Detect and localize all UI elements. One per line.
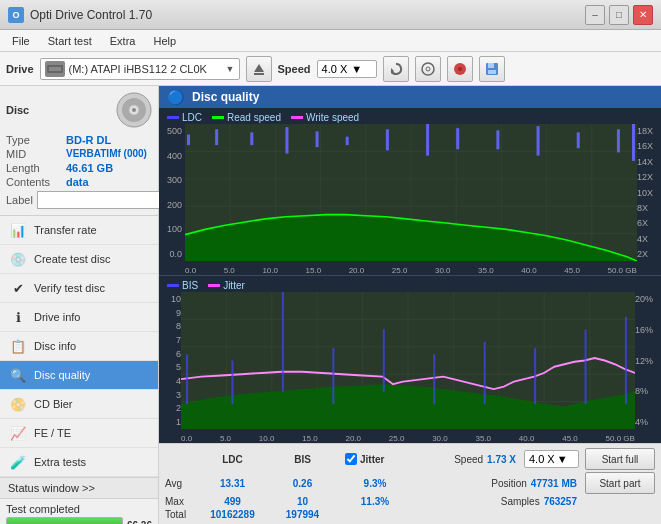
disc-info-icon: 📋 [8,338,28,354]
sidebar-item-disc-quality[interactable]: 🔍 Disc quality [0,361,158,390]
disc-svg-icon [116,92,152,128]
save-button[interactable] [479,56,505,82]
start-full-spacer: Start part [585,472,655,494]
status-text: Test completed [6,503,152,515]
disc-button-2[interactable] [447,56,473,82]
y-label-300: 300 [159,175,185,185]
menu-extra[interactable]: Extra [102,33,144,49]
position-label: Position [491,478,527,489]
jitter-checkbox-container: Jitter [345,453,384,465]
x-label-30-top: 30.0 [435,266,451,275]
legend-write-speed: Write speed [291,112,359,123]
bottom-y-axis-right: 20% 16% 12% 8% 4% [635,292,661,429]
menu-start-test[interactable]: Start test [40,33,100,49]
menu-file[interactable]: File [4,33,38,49]
y-right-16pct: 16% [635,325,661,335]
disc-length-value: 46.61 GB [66,162,113,174]
avg-ldc: 13.31 [195,478,270,489]
avg-jitter: 9.3% [345,478,405,489]
menu-bar: File Start test Extra Help [0,30,661,52]
x-label-10-bot: 10.0 [259,434,275,443]
disc-type-value: BD-R DL [66,134,111,146]
verify-test-disc-icon: ✔ [8,280,28,296]
speed-selector[interactable]: 4.0 X ▼ [317,60,377,78]
drive-icon [45,61,65,77]
speed-refresh-button[interactable] [383,56,409,82]
maximize-button[interactable]: □ [609,5,629,25]
y-bottom-2: 2 [159,403,181,413]
top-x-axis: 0.0 5.0 10.0 15.0 20.0 25.0 30.0 35.0 40… [185,266,637,275]
sidebar-item-drive-info[interactable]: ℹ Drive info [0,303,158,332]
svg-rect-42 [577,132,580,148]
disc-header: Disc [6,92,152,128]
speed-arrow: ▼ [351,63,362,75]
drive-dropdown-arrow: ▼ [226,64,235,74]
svg-point-5 [422,63,434,75]
status-window-label: Status window >> [8,482,95,494]
svg-rect-65 [433,354,435,404]
drive-info-icon: ℹ [8,309,28,325]
drive-eject-button[interactable] [246,56,272,82]
x-label-10-top: 10.0 [262,266,278,275]
samples-label: Samples [501,496,540,507]
x-label-40-top: 40.0 [521,266,537,275]
stats-max-row: Max 499 10 11.3% Samples 763257 [165,496,655,507]
y-bottom-9: 9 [159,308,181,318]
drive-bar: Drive (M:) ATAPI iHBS112 2 CL0K ▼ Speed … [0,52,661,86]
jitter-legend-label: Jitter [223,280,245,291]
svg-rect-34 [285,127,288,153]
sidebar-item-disc-info[interactable]: 📋 Disc info [0,332,158,361]
speed-stat-dropdown[interactable]: 4.0 X ▼ [524,450,579,468]
app-title: Opti Drive Control 1.70 [30,8,152,22]
speed-display: Speed 1.73 X [454,454,516,465]
svg-rect-1 [49,67,61,71]
close-button[interactable]: ✕ [633,5,653,25]
menu-help[interactable]: Help [145,33,184,49]
svg-rect-11 [488,70,496,74]
legend-read-speed: Read speed [212,112,281,123]
svg-rect-38 [426,124,429,156]
jitter-checkbox[interactable] [345,453,357,465]
sidebar-menu: 📊 Transfer rate 💿 Create test disc ✔ Ver… [0,216,158,477]
ldc-legend-label: LDC [182,112,202,123]
chart-header: 🔵 Disc quality [159,86,661,108]
title-bar-controls: – □ ✕ [585,5,653,25]
sidebar-item-verify-test-disc[interactable]: ✔ Verify test disc [0,274,158,303]
disc-length-row: Length 46.61 GB [6,162,152,174]
disc-type-row: Type BD-R DL [6,134,152,146]
y-right-12pct: 12% [635,356,661,366]
sidebar-item-cd-bier[interactable]: 📀 CD Bier [0,390,158,419]
total-label: Total [165,509,195,520]
status-window-bar[interactable]: Status window >> [0,477,158,498]
start-part-button[interactable]: Start part [585,472,655,494]
svg-rect-68 [585,329,587,404]
sidebar-item-create-test-disc[interactable]: 💿 Create test disc [0,245,158,274]
x-label-35-bot: 35.0 [476,434,492,443]
stats-section: LDC BIS Jitter Speed 1.73 X 4.0 X ▼ [159,443,661,524]
svg-rect-31 [187,135,190,146]
start-full-button[interactable]: Start full [585,448,655,470]
sidebar-item-transfer-rate[interactable]: 📊 Transfer rate [0,216,158,245]
legend-bis: BIS [167,280,198,291]
y-right-6x: 6X [637,218,661,228]
top-y-axis-right: 18X 16X 14X 12X 10X 8X 6X 4X 2X [637,124,661,261]
svg-rect-64 [383,329,385,391]
drive-selector[interactable]: (M:) ATAPI iHBS112 2 CL0K ▼ [40,58,240,80]
minimize-button[interactable]: – [585,5,605,25]
svg-rect-10 [488,63,494,68]
x-label-35-top: 35.0 [478,266,494,275]
disc-button-1[interactable] [415,56,441,82]
disc-label-input[interactable] [37,191,170,209]
svg-point-8 [458,67,462,71]
sidebar-item-extra-tests[interactable]: 🧪 Extra tests [0,448,158,477]
x-label-45-bot: 45.0 [562,434,578,443]
x-label-15-bot: 15.0 [302,434,318,443]
disc-length-label: Length [6,162,66,174]
sidebar-item-fe-te[interactable]: 📈 FE / TE [0,419,158,448]
y-label-400: 400 [159,151,185,161]
max-jitter: 11.3% [345,496,405,507]
svg-rect-3 [254,73,264,75]
svg-rect-60 [186,354,188,404]
cd-bier-icon: 📀 [8,396,28,412]
disc-section: Disc Type BD-R DL MID VERBATIMf (000) Le… [0,86,158,216]
